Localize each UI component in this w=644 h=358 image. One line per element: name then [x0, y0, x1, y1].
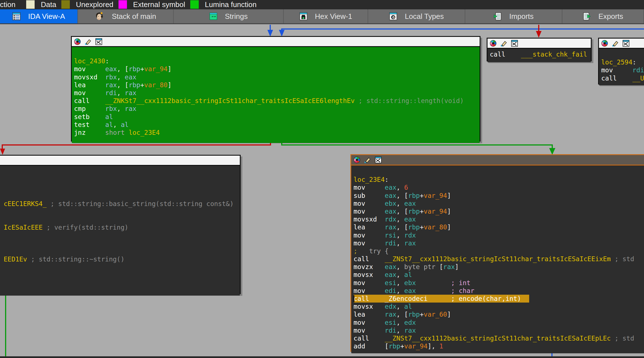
node-stack-chk-fail[interactable]: call ___stack_chk_fail: [487, 38, 592, 61]
shuffle-window-icon[interactable]: [623, 40, 629, 47]
asm-line[interactable]: movsx eax, al: [354, 271, 644, 279]
asm-line[interactable]: [0, 208, 240, 216]
asm-line[interactable]: add [rbp+var_94], 1: [354, 342, 644, 350]
asm-line[interactable]: mov rdi, rax: [354, 239, 644, 247]
asm-line[interactable]: movzx eax, byte ptr [rax]: [354, 263, 644, 271]
tab-strings[interactable]: ””Strings: [174, 9, 284, 23]
shuffle-window-icon[interactable]: [511, 40, 518, 47]
shuffle-window-icon[interactable]: [375, 156, 382, 163]
node-title-bar[interactable]: [351, 155, 644, 165]
asm-line[interactable]: [0, 192, 240, 200]
tab-label: Hex View-1: [315, 12, 352, 21]
asm-line[interactable]: EED1Ev ; std::string::~string(): [0, 255, 240, 263]
asm-line[interactable]: loc_23E4:: [354, 176, 644, 184]
asm-line[interactable]: call __ZNSt7__cxx1112basic_stringIcSt11c…: [354, 255, 644, 263]
tab-hex-view-1[interactable]: Hex View-1: [284, 9, 368, 23]
asm-line[interactable]: [0, 168, 240, 176]
asm-line[interactable]: call __U: [601, 74, 644, 82]
asm-line[interactable]: movsxd rbx, eax: [74, 73, 480, 81]
asm-line[interactable]: [74, 49, 480, 57]
asm-line[interactable]: sub eax, [rbp+var_94]: [354, 192, 644, 200]
legend-swatch: [61, 0, 70, 9]
graph-canvas[interactable]: loc_2430:mov eax, [rbp+var_94]movsxd rbx…: [0, 24, 644, 358]
node-title-bar[interactable]: [0, 156, 240, 166]
legend-swatch: [190, 0, 199, 9]
node-stack-chk-fail-code[interactable]: call ___stack_chk_fail: [488, 49, 591, 62]
asm-line[interactable]: cmp rbx, rax: [74, 105, 480, 113]
asm-line[interactable]: mov esi, ebx ; int: [354, 279, 644, 287]
asm-line[interactable]: cEEC1ERKS4_ ; std::string::basic_string(…: [0, 200, 240, 208]
tab-stack-of-main[interactable]: Stack of main: [78, 9, 174, 23]
asm-line[interactable]: [0, 247, 240, 255]
asm-line[interactable]: mov rdi, rax: [354, 326, 644, 334]
asm-line[interactable]: mov rsi, rdx: [354, 231, 644, 239]
asm-line[interactable]: [0, 240, 240, 247]
legend-item-lumina-function: Lumina function: [190, 0, 257, 9]
asm-line[interactable]: [0, 232, 240, 240]
asm-line[interactable]: mov rdi: [601, 66, 644, 74]
color-wheel-icon[interactable]: [74, 38, 81, 45]
color-wheel-icon[interactable]: [490, 40, 497, 47]
asm-line[interactable]: lea rax, [rbp+var_80]: [74, 81, 480, 89]
asm-line-highlighted[interactable]: call _Z6encodeci ; encode(char,int): [354, 295, 529, 303]
edit-pencil-icon[interactable]: [500, 40, 507, 47]
node-string-calls-partial[interactable]: cEEC1ERKS4_ ; std::string::basic_string(…: [0, 155, 241, 294]
asm-line[interactable]: mov eax, [rbp+var_94]: [354, 207, 644, 215]
tab-label: IDA View-A: [28, 12, 65, 21]
tab-label: Imports: [509, 12, 534, 21]
asm-line[interactable]: loc_2594:: [601, 58, 644, 66]
asm-line[interactable]: call __ZNSt7__cxx1112basic_stringIcSt11c…: [354, 334, 644, 342]
asm-line[interactable]: mov eax, [rbp+var_94]: [74, 65, 480, 73]
asm-line[interactable]: lea rax, [rbp+var_80]: [354, 223, 644, 231]
asm-line[interactable]: jnz short loc_23E4: [74, 129, 480, 137]
asm-line[interactable]: IcESaIcEEE ; verify(std::string): [0, 223, 240, 231]
node-loc-23e4-selected[interactable]: loc_23E4:mov eax, 6sub eax, [rbp+var_94]…: [350, 154, 644, 352]
node-loc-2594-code[interactable]: loc_2594:mov rdicall __U: [599, 49, 644, 85]
tab-ida-view-a[interactable]: IDA View-A: [0, 9, 78, 23]
edge-blue-in-left-arrowhead: [267, 30, 273, 37]
asm-line[interactable]: movsx edx, al: [354, 303, 644, 310]
asm-line[interactable]: call __ZNKSt7__cxx1112basic_stringIcSt11…: [74, 97, 480, 105]
node-loc-2430[interactable]: loc_2430:mov eax, [rbp+var_94]movsxd rbx…: [71, 36, 480, 142]
tab-local-types[interactable]: 0Local Types: [368, 9, 465, 23]
node-title-bar[interactable]: [488, 39, 591, 49]
node-loc-2594[interactable]: loc_2594:mov rdicall __U: [598, 38, 644, 84]
asm-line[interactable]: movsxd rdx, eax: [354, 215, 644, 223]
tab-exports[interactable]: Exports: [562, 9, 644, 23]
legend-items: DataUnexploredExternal symbolLumina func…: [26, 0, 261, 9]
node-loc-2430-code[interactable]: loc_2430:mov eax, [rbp+var_94]movsxd rbx…: [72, 47, 480, 143]
asm-line[interactable]: test al, al: [74, 121, 480, 129]
shuffle-window-icon[interactable]: [95, 38, 102, 45]
asm-line[interactable]: [354, 168, 644, 176]
asm-line[interactable]: [0, 216, 240, 223]
node-string-calls-code[interactable]: cEEC1ERKS4_ ; std::string::basic_string(…: [0, 166, 240, 296]
asm-line[interactable]: mov rdi, rax: [74, 89, 480, 97]
asm-line[interactable]: mov ebx, eax: [354, 200, 644, 207]
tab-imports[interactable]: Imports: [465, 9, 562, 23]
color-wheel-icon[interactable]: [601, 40, 608, 47]
edge-blue-in-right-arrowhead: [279, 30, 285, 37]
asm-line[interactable]: call ___stack_chk_fail: [490, 50, 591, 58]
asm-line[interactable]: ; try {: [354, 247, 644, 255]
node-title-bar[interactable]: [599, 39, 644, 49]
edit-pencil-icon[interactable]: [612, 40, 619, 47]
asm-line[interactable]: mov eax, 6: [354, 184, 644, 191]
asm-line[interactable]: mov edi, eax ; char: [354, 287, 644, 295]
asm-line[interactable]: [0, 184, 240, 192]
asm-line[interactable]: setb al: [74, 113, 480, 121]
exports-icon: [583, 12, 591, 21]
asm-line[interactable]: loc_2430:: [74, 57, 480, 65]
edit-pencil-icon[interactable]: [364, 156, 371, 163]
node-loc-23e4-code[interactable]: loc_23E4:mov eax, 6sub eax, [rbp+var_94]…: [351, 165, 644, 353]
asm-line[interactable]: [0, 176, 240, 184]
color-wheel-icon[interactable]: [354, 156, 360, 163]
node-title-bar[interactable]: [72, 37, 480, 47]
asm-line[interactable]: [0, 263, 240, 271]
asm-line[interactable]: [0, 271, 240, 279]
asm-line[interactable]: mov esi, edx: [354, 319, 644, 326]
asm-line[interactable]: [0, 279, 240, 287]
asm-line[interactable]: lea rax, [rbp+var_60]: [354, 310, 644, 318]
edge-red-to-stackchk-arrowhead: [536, 31, 542, 38]
edit-pencil-icon[interactable]: [85, 38, 91, 45]
asm-line[interactable]: [601, 50, 644, 58]
